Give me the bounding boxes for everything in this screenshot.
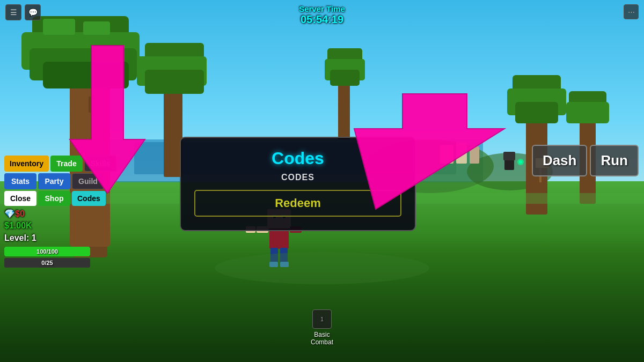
settings-icon[interactable]: ⋯: [624, 4, 639, 19]
gem-icon: 💎: [4, 209, 15, 218]
quest-button[interactable]: Guild: [72, 173, 104, 189]
right-action-buttons: Dash Run: [532, 145, 639, 176]
level-value: 1: [32, 233, 36, 242]
stamina-bar-container: 0/25: [4, 258, 90, 268]
codes-dialog-title: Codes: [194, 149, 401, 168]
codes-dialog-subtitle: CODES: [194, 173, 401, 182]
gem-stat: 💎$0: [4, 208, 36, 220]
ability-number: 1: [320, 316, 324, 322]
left-panel: Inventory Trade Skills Stats Party Guild…: [4, 156, 116, 206]
menu-icon[interactable]: ☰: [5, 4, 21, 20]
trade-button[interactable]: Trade: [50, 156, 83, 172]
ability-display: 1 Basic Combat: [311, 309, 333, 346]
gem-value: $0: [15, 209, 25, 218]
server-time-label: Server Time: [299, 4, 345, 13]
ability-icon[interactable]: 1: [312, 309, 332, 329]
button-row-2: Stats Party Guild: [4, 173, 116, 189]
shop-button[interactable]: Shop: [38, 191, 70, 206]
stats-button[interactable]: Stats: [4, 173, 36, 189]
stats-panel: 💎$0 $1.00K Level: 1: [4, 208, 36, 244]
codes-dialog: Codes CODES Redeem: [180, 137, 416, 231]
health-bars: 100/100 0/25: [4, 247, 90, 269]
hp-bar-label: 100/100: [36, 248, 58, 255]
ability-name-line1: Basic: [311, 331, 333, 338]
level-label: Level:: [4, 233, 29, 242]
button-row-1: Inventory Trade Skills: [4, 156, 116, 172]
party-button[interactable]: Party: [38, 173, 70, 189]
redeem-button[interactable]: Redeem: [194, 190, 401, 217]
close-button[interactable]: Close: [4, 191, 36, 206]
server-time-value: 05:54:19: [299, 13, 345, 26]
ability-name-line2: Combat: [311, 338, 333, 346]
dash-button[interactable]: Dash: [532, 145, 588, 176]
chat-icon[interactable]: 💬: [25, 4, 41, 20]
stamina-bar-label: 0/25: [41, 260, 53, 266]
run-button[interactable]: Run: [590, 145, 639, 176]
codes-button[interactable]: Codes: [72, 191, 106, 206]
level-stat: Level: 1: [4, 232, 36, 244]
hp-bar-container: 100/100: [4, 247, 90, 256]
money-stat: $1.00K: [4, 220, 36, 232]
top-left-icons: ☰ 💬: [5, 4, 41, 20]
button-row-3: Close Shop Codes: [4, 191, 116, 206]
skills-button[interactable]: Skills: [84, 156, 116, 172]
server-time-display: Server Time 05:54:19: [299, 4, 345, 26]
inventory-button[interactable]: Inventory: [4, 156, 49, 172]
